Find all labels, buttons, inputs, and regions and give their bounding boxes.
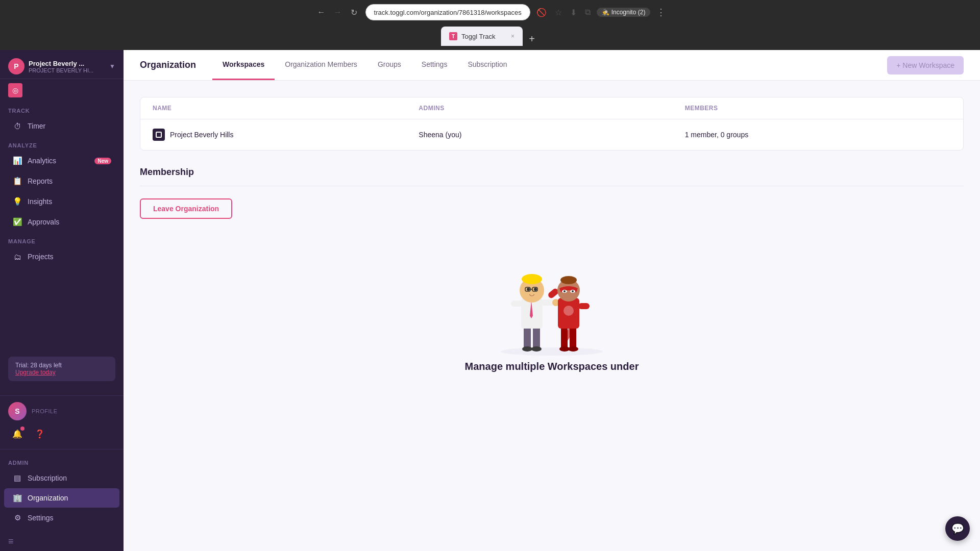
analytics-new-badge: New xyxy=(94,158,111,164)
workspace-icon[interactable]: ◎ xyxy=(8,83,22,97)
sidebar: P Project Beverly ... PROJECT BEVERLY HI… xyxy=(0,50,124,551)
sidebar-item-settings[interactable]: ⚙ Settings xyxy=(4,508,119,528)
address-bar[interactable]: track.toggl.com/organization/7861318/wor… xyxy=(365,4,530,20)
svg-rect-17 xyxy=(561,326,568,349)
insights-label: Insights xyxy=(28,197,111,206)
sidebar-item-reports[interactable]: 📋 Reports xyxy=(4,171,119,191)
tab-subscription[interactable]: Subscription xyxy=(457,50,517,80)
forward-button[interactable]: → xyxy=(331,5,345,19)
workspace-name-cell: Project Beverly Hills xyxy=(153,129,419,141)
user-avatar[interactable]: S xyxy=(8,402,27,420)
svg-point-11 xyxy=(522,274,542,284)
notifications-button[interactable]: 🔔 xyxy=(8,424,27,443)
tab-groups[interactable]: Groups xyxy=(368,50,411,80)
window-icon[interactable]: ⧉ xyxy=(583,6,593,19)
chat-support-button[interactable]: 💬 xyxy=(945,516,970,541)
svg-point-4 xyxy=(531,346,542,352)
membership-title: Membership xyxy=(140,167,964,178)
collapse-sidebar-button[interactable]: ≡ xyxy=(8,536,115,547)
chat-icon: 💬 xyxy=(951,522,964,535)
col-header-admins: ADMINS xyxy=(419,105,684,112)
trial-text: Trial: 28 days left xyxy=(15,362,108,369)
top-navigation: Organization Workspaces Organization Mem… xyxy=(124,50,980,81)
tab-favicon: T xyxy=(449,32,457,40)
timer-label: Timer xyxy=(28,122,111,130)
sidebar-item-insights[interactable]: 💡 Insights xyxy=(4,192,119,211)
sidebar-item-approvals[interactable]: ✅ Approvals xyxy=(4,212,119,232)
tab-organization-members[interactable]: Organization Members xyxy=(275,50,368,80)
membership-section: Membership Leave Organization xyxy=(140,167,964,219)
address-url: track.toggl.com/organization/7861318/wor… xyxy=(374,9,522,16)
incognito-badge: 🕵 Incognito (2) xyxy=(597,8,651,17)
org-name: Project Beverly ... xyxy=(29,60,93,67)
timer-icon: ⏱ xyxy=(12,121,22,131)
tab-close-button[interactable]: × xyxy=(511,33,514,40)
workspace-name-text: Project Beverly Hills xyxy=(170,131,233,139)
subscription-label: Subscription xyxy=(28,474,111,482)
help-button[interactable]: ❓ xyxy=(31,424,49,443)
tab-workspaces[interactable]: Workspaces xyxy=(212,50,275,80)
insights-icon: 💡 xyxy=(12,196,22,207)
trial-box: Trial: 28 days left Upgrade today xyxy=(8,357,115,381)
refresh-button[interactable]: ↻ xyxy=(347,5,361,19)
page-title: Organization xyxy=(140,60,196,70)
star-icon[interactable]: ☆ xyxy=(553,6,564,19)
svg-point-29 xyxy=(572,290,574,292)
svg-rect-1 xyxy=(524,326,531,349)
svg-rect-18 xyxy=(570,326,576,349)
org-selector[interactable]: P Project Beverly ... PROJECT BEVERLY HI… xyxy=(0,50,124,79)
sidebar-item-analytics[interactable]: 📊 Analytics New xyxy=(4,151,119,170)
organization-icon: 🏢 xyxy=(12,493,22,503)
upgrade-link[interactable]: Upgrade today xyxy=(15,369,108,376)
table-row: Project Beverly Hills Sheena (you) 1 mem… xyxy=(140,119,963,150)
svg-point-12 xyxy=(527,288,530,291)
workspace-icon-inner xyxy=(156,132,162,138)
org-subtitle: PROJECT BEVERLY HI... xyxy=(29,67,93,73)
svg-point-30 xyxy=(560,276,577,284)
svg-point-20 xyxy=(568,346,578,352)
new-tab-button[interactable]: + xyxy=(525,32,539,46)
reports-label: Reports xyxy=(28,177,111,185)
subscription-icon: ▤ xyxy=(12,473,22,483)
sidebar-item-projects[interactable]: 🗂 Projects xyxy=(4,247,119,266)
svg-point-28 xyxy=(564,290,566,292)
svg-rect-24 xyxy=(578,303,590,309)
notification-dot xyxy=(20,427,24,431)
settings-icon: ⚙ xyxy=(12,513,22,523)
new-workspace-button[interactable]: + New Workspace xyxy=(887,56,964,74)
svg-point-22 xyxy=(564,306,574,316)
leave-organization-button[interactable]: Leave Organization xyxy=(140,198,232,219)
tab-settings[interactable]: Settings xyxy=(411,50,458,80)
workspaces-table: NAME ADMINS MEMBERS Project Beverly Hill… xyxy=(140,97,964,151)
analytics-label: Analytics xyxy=(28,157,89,165)
svg-rect-7 xyxy=(511,300,522,307)
sidebar-item-organization[interactable]: 🏢 Organization xyxy=(4,488,119,508)
approvals-icon: ✅ xyxy=(12,217,22,227)
sidebar-item-subscription[interactable]: ▤ Subscription xyxy=(4,468,119,488)
profile-row: S PROFILE xyxy=(8,402,115,420)
nav-tabs: Workspaces Organization Members Groups S… xyxy=(212,50,517,80)
eyeslash-icon: 🚫 xyxy=(534,6,549,19)
top-nav-actions: + New Workspace xyxy=(887,56,964,74)
chevron-down-icon: ▼ xyxy=(109,63,115,70)
download-icon[interactable]: ⬇ xyxy=(568,6,579,19)
menu-button[interactable]: ⋮ xyxy=(656,7,666,18)
svg-rect-2 xyxy=(533,326,540,349)
sidebar-item-timer[interactable]: ⏱ Timer xyxy=(4,116,119,136)
projects-icon: 🗂 xyxy=(12,252,22,262)
admins-cell: Sheena (you) xyxy=(419,131,684,139)
active-tab[interactable]: T Toggl Track × xyxy=(441,27,523,46)
table-header: NAME ADMINS MEMBERS xyxy=(140,97,963,119)
members-cell: 1 member, 0 groups xyxy=(685,131,951,139)
divider xyxy=(140,186,964,186)
profile-label: PROFILE xyxy=(32,408,58,414)
content-area: NAME ADMINS MEMBERS Project Beverly Hill… xyxy=(124,81,980,551)
projects-label: Projects xyxy=(28,253,111,261)
reports-icon: 📋 xyxy=(12,176,22,186)
svg-point-13 xyxy=(534,288,537,291)
svg-point-3 xyxy=(522,346,532,352)
analytics-icon: 📊 xyxy=(12,156,22,166)
hero-illustration xyxy=(480,239,623,357)
col-header-members: MEMBERS xyxy=(685,105,951,112)
back-button[interactable]: ← xyxy=(314,5,329,19)
